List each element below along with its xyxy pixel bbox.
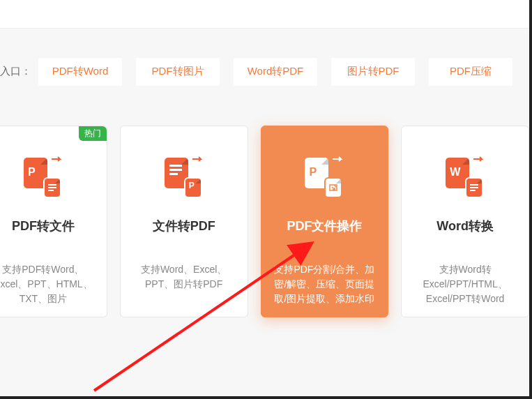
pdf-operations-icon: P [305,158,344,197]
card-desc: 支持PDF转Word、Excel、PPT、HTML、TXT、图片 [0,262,107,306]
card-file-to-pdf[interactable]: P 文件转PDF 支持Word、Excel、PPT、图片转PDF [120,126,248,317]
card-title: PDF转文件 [12,218,75,234]
quick-entry-label: 入口： [0,65,31,78]
word-convert-icon: W [446,158,485,197]
quick-btn-word-to-pdf[interactable]: Word转PDF [234,58,317,86]
card-title: PDF文件操作 [287,218,362,234]
card-desc: 支持PDF分割/合并、加密/解密、压缩、页面提取/图片提取、添加水印 [261,262,388,306]
svg-rect-4 [169,169,182,171]
quick-btn-pdf-to-image[interactable]: PDF转图片 [136,58,220,86]
quick-btn-pdf-compress[interactable]: PDF压缩 [429,58,512,86]
svg-rect-1 [48,187,56,188]
quick-entry-row: 入口： PDF转Word PDF转图片 Word转PDF 图片转PDF PDF压… [0,56,529,87]
svg-rect-3 [169,165,182,167]
svg-rect-0 [48,184,56,186]
svg-rect-2 [48,190,54,191]
svg-rect-7 [470,187,478,188]
svg-rect-6 [470,184,478,186]
card-desc: 支持Word转Excel/PPT/HTML、Excel/PPT转Word [402,262,529,306]
quick-btn-image-to-pdf[interactable]: 图片转PDF [331,58,415,86]
file-to-pdf-icon: P [165,158,204,197]
card-title: Word转换 [436,218,494,234]
pdf-to-file-icon: P [24,158,63,197]
svg-rect-5 [169,173,178,175]
top-bar [0,0,529,29]
quick-btn-pdf-to-word[interactable]: PDF转Word [38,58,122,86]
card-pdf-to-file[interactable]: 热门 P PDF转文件 支持PDF转Word、Excel、PPT、HTML、TX… [0,126,107,317]
feature-cards: 热门 P PDF转文件 支持PDF转Word、Excel、PPT、HTML、TX… [0,126,529,321]
card-word-convert[interactable]: W Word转换 支持Word转Excel/PPT/HTML、Excel/PPT… [401,126,529,317]
card-desc: 支持Word、Excel、PPT、图片转PDF [121,262,248,292]
svg-rect-8 [470,190,476,191]
card-title: 文件转PDF [153,218,215,234]
badge-hot: 热门 [79,126,107,141]
card-pdf-operations[interactable]: P PDF文件操作 支持PDF分割/合并、加密/解密、压缩、页面提取/图片提取、… [261,126,389,317]
